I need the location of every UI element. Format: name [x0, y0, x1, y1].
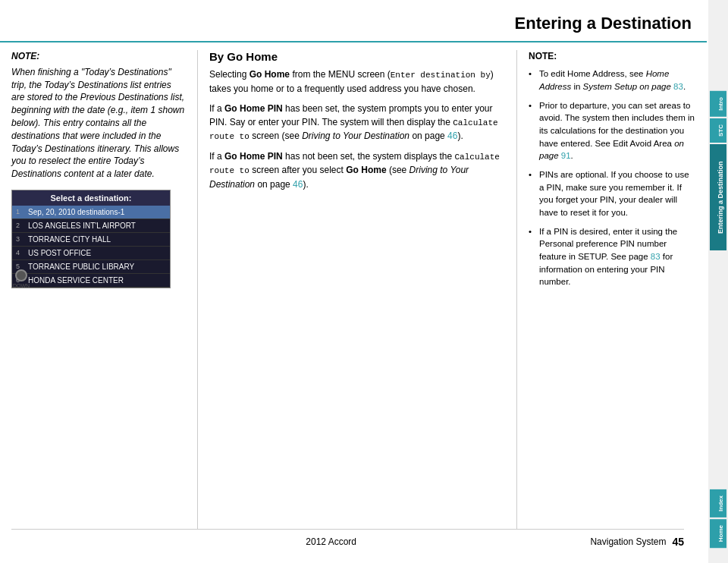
tab-home[interactable]: Home — [710, 519, 726, 548]
column-divider-2 — [516, 50, 517, 530]
right-note-title: NOTE: — [529, 50, 695, 63]
footer-center: 2012 Accord — [306, 536, 356, 547]
footer-right: Navigation System 45 — [590, 536, 684, 548]
sidebar: Intro STC Entering a Destination Index H… — [708, 0, 728, 563]
go-home-bold-2: Go Home — [346, 165, 386, 175]
body-text: Selecting Go Home from the MENU screen (… — [209, 68, 505, 191]
page-link-83-2[interactable]: 83 — [651, 252, 661, 261]
right-column: NOTE: To edit Home Address, see Home Add… — [529, 50, 695, 530]
right-note: NOTE: To edit Home Address, see Home Add… — [529, 50, 695, 288]
nav-knob-area: DOWN — [13, 269, 30, 288]
go-home-pin-bold-1: Go Home PIN — [224, 103, 283, 114]
right-note-item-3: PINs are optional. If you choose to use … — [529, 168, 695, 219]
main-content: Entering a Destination NOTE: When finish… — [0, 0, 707, 563]
left-note-box: NOTE: When finishing a "Today’s Destinat… — [11, 50, 186, 181]
section-title: By Go Home — [209, 50, 505, 63]
middle-column: By Go Home Selecting Go Home from the ME… — [209, 50, 505, 530]
page-link-91[interactable]: 91 — [561, 151, 571, 160]
right-note-list: To edit Home Address, see Home Address i… — [529, 68, 695, 288]
nav-item-1: 1 Sep, 20, 2010 destinations-1 — [12, 206, 170, 219]
tab-intro[interactable]: Intro — [710, 91, 726, 117]
page-container: Entering a Destination NOTE: When finish… — [0, 0, 728, 563]
nav-screen-list: 1 Sep, 20, 2010 destinations-1 2 LOS ANG… — [12, 206, 170, 288]
nav-item-6: 6 HONDA SERVICE CENTER — [12, 274, 170, 288]
nav-item-text-3: TORRANCE CITY HALL — [28, 235, 111, 244]
nav-item-text-1: Sep, 20, 2010 destinations-1 — [28, 208, 124, 216]
nav-screen-header: Select a destination: — [12, 190, 170, 206]
right-note-item-2: Prior to departure, you can set areas to… — [529, 99, 695, 162]
nav-item-num-1: 1 — [16, 208, 25, 215]
section-title-text: By Go Home — [209, 50, 278, 63]
tab-entering-destination[interactable]: Entering a Destination — [710, 144, 726, 250]
tab-stc[interactable]: STC — [710, 118, 726, 143]
page-link-46-2[interactable]: 46 — [293, 179, 303, 190]
go-home-pin-bold-2: Go Home PIN — [224, 151, 283, 162]
system-setup-italic: System Setup on page — [583, 82, 674, 91]
nav-item-5: 5 TORRANCE PUBLIC LIBRARY — [12, 260, 170, 274]
nav-knob — [15, 269, 27, 282]
nav-item-text-2: LOS ANGELES INT'L AIRPORT — [28, 222, 136, 230]
nav-item-2: 2 LOS ANGELES INT'L AIRPORT — [12, 219, 170, 233]
page-footer: 2012 Accord Navigation System 45 — [11, 529, 684, 548]
menu-mono: Enter destination by — [391, 71, 491, 80]
nav-item-text-4: US POST OFFICE — [28, 249, 91, 257]
footer-nav-label: Navigation System — [590, 536, 666, 547]
content-columns: NOTE: When finishing a "Today’s Destinat… — [0, 42, 707, 530]
left-note-text: When finishing a "Today’s Destinations" … — [11, 66, 186, 181]
go-home-bold-1: Go Home — [249, 69, 290, 80]
nav-screen: Select a destination: 1 Sep, 20, 2010 de… — [11, 190, 171, 288]
nav-item-num-3: 3 — [16, 235, 25, 243]
right-note-item-4: If a PIN is desired, enter it using the … — [529, 225, 695, 288]
paragraph-2: If a Go Home PIN has been set, the syste… — [209, 102, 505, 143]
paragraph-1: Selecting Go Home from the MENU screen (… — [209, 68, 505, 96]
right-note-item-1: To edit Home Address, see Home Address i… — [529, 68, 695, 93]
left-note-title: NOTE: — [11, 50, 186, 63]
page-title: Entering a Destination — [0, 0, 707, 42]
nav-item-3: 3 TORRANCE CITY HALL — [12, 233, 170, 247]
page-link-83-1[interactable]: 83 — [673, 82, 683, 91]
paragraph-3: If a Go Home PIN has not been set, the s… — [209, 149, 505, 191]
column-divider-1 — [197, 50, 198, 530]
driving-dest-italic-1: Driving to Your Destination — [302, 131, 410, 141]
page-number: 45 — [672, 536, 684, 548]
nav-item-num-4: 4 — [16, 249, 25, 256]
nav-item-text-6: HONDA SERVICE CENTER — [28, 276, 124, 285]
nav-item-num-2: 2 — [16, 222, 25, 229]
nav-screen-container: Select a destination: 1 Sep, 20, 2010 de… — [11, 190, 186, 288]
nav-item-text-5: TORRANCE PUBLIC LIBRARY — [28, 263, 134, 271]
nav-item-4: 4 US POST OFFICE — [12, 247, 170, 260]
tab-index[interactable]: Index — [710, 489, 726, 517]
page-link-46-1[interactable]: 46 — [447, 131, 457, 141]
nav-knob-label: DOWN — [13, 283, 30, 288]
left-column: NOTE: When finishing a "Today’s Destinat… — [11, 50, 186, 530]
